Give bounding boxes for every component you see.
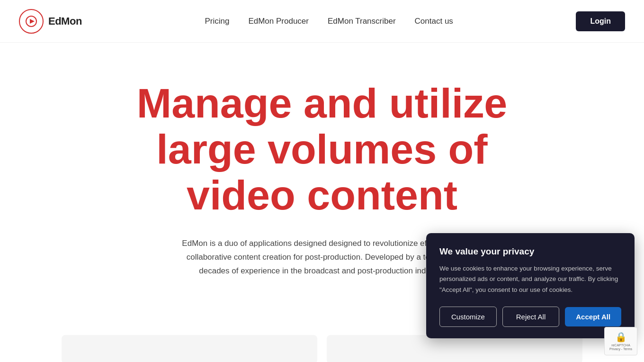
logo-text: EdMon	[48, 15, 82, 27]
nav-link-producer[interactable]: EdMon Producer	[248, 17, 309, 26]
nav-right: Login	[576, 11, 625, 31]
reject-all-button[interactable]: Reject All	[502, 307, 560, 327]
nav-link-contact[interactable]: Contact us	[415, 17, 453, 26]
hero-title-line3: video content	[187, 172, 457, 218]
recaptcha-text: reCAPTCHAPrivacy - Terms	[609, 344, 632, 352]
logo[interactable]: EdMon	[19, 9, 82, 34]
cards-row	[0, 335, 644, 362]
svg-marker-1	[30, 19, 35, 24]
card-left	[62, 335, 317, 362]
cookie-title: We value your privacy	[439, 246, 621, 257]
nav-link-transcriber[interactable]: EdMon Transcriber	[328, 17, 396, 26]
login-button[interactable]: Login	[576, 11, 625, 31]
recaptcha-badge: 🔒 reCAPTCHAPrivacy - Terms	[604, 327, 637, 355]
recaptcha-logo: 🔒	[615, 331, 627, 343]
nav-item-transcriber[interactable]: EdMon Transcriber	[328, 17, 396, 26]
cookie-body: We use cookies to enhance your browsing …	[439, 263, 621, 295]
customize-button[interactable]: Customize	[439, 307, 497, 327]
hero-title-line1: Manage and utilize	[137, 80, 507, 127]
accept-all-button[interactable]: Accept All	[565, 307, 621, 326]
cookie-buttons: Customize Reject All Accept All	[439, 307, 621, 327]
nav-item-producer[interactable]: EdMon Producer	[248, 17, 309, 26]
navbar: EdMon Pricing EdMon Producer EdMon Trans…	[0, 0, 644, 43]
nav-item-contact[interactable]: Contact us	[415, 17, 453, 26]
hero-description: EdMon is a duo of applications designed …	[180, 237, 464, 278]
hero-title-line2: large volumes of	[156, 126, 487, 172]
nav-link-pricing[interactable]: Pricing	[205, 17, 229, 26]
nav-item-pricing[interactable]: Pricing	[205, 17, 229, 26]
play-icon	[26, 16, 37, 27]
cookie-banner: We value your privacy We use cookies to …	[426, 233, 635, 338]
hero-title: Manage and utilize large volumes of vide…	[19, 81, 625, 218]
card-right	[327, 335, 582, 362]
nav-links: Pricing EdMon Producer EdMon Transcriber…	[205, 17, 453, 26]
logo-icon	[19, 9, 44, 34]
